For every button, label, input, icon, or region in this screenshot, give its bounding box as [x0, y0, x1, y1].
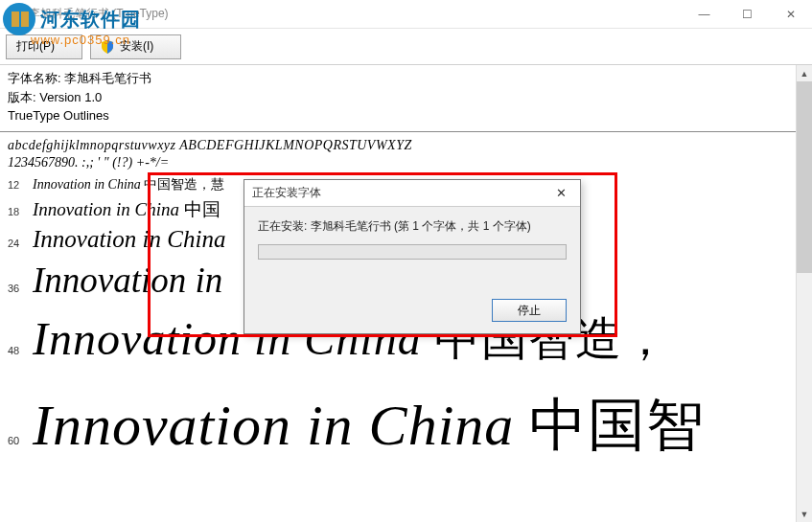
font-name: 字体名称: 李旭科毛笔行书	[8, 69, 804, 88]
dialog-titlebar: 正在安装字体 ✕	[244, 180, 580, 207]
dialog-title: 正在安装字体	[252, 185, 321, 201]
dialog-body: 正在安装: 李旭科毛笔行书 (第 1 个字体，共 1 个字体)	[244, 207, 580, 271]
app-icon	[8, 7, 23, 22]
size-label: 48	[8, 345, 33, 356]
size-label: 36	[8, 283, 33, 294]
preview-row-60: 60 Innovation in China 中国智	[0, 385, 812, 466]
install-button[interactable]: 安装(I)	[90, 34, 181, 59]
preview-text: Innovation in China 中国	[33, 197, 220, 222]
font-info: 字体名称: 李旭科毛笔行书 版本: Version 1.0 TrueType O…	[0, 65, 812, 132]
install-dialog: 正在安装字体 ✕ 正在安装: 李旭科毛笔行书 (第 1 个字体，共 1 个字体)…	[244, 179, 581, 334]
minimize-button[interactable]: —	[683, 0, 726, 29]
sample-numbers: 1234567890. :,; ' " (!?) +-*/=	[0, 155, 812, 174]
window-controls: — ☐ ✕	[683, 0, 812, 29]
dialog-close-button[interactable]: ✕	[549, 184, 572, 203]
print-button[interactable]: 打印(P)	[6, 34, 82, 59]
scroll-down-icon[interactable]: ▼	[797, 506, 812, 522]
preview-text: Innovation in China 中国智造，慧	[33, 176, 224, 193]
maximize-button[interactable]: ☐	[726, 0, 769, 29]
size-label: 18	[8, 206, 33, 217]
svg-rect-1	[10, 10, 13, 19]
preview-text: Innovation in China 中国智	[33, 387, 705, 465]
scrollbar-thumb[interactable]	[797, 81, 812, 273]
svg-rect-2	[14, 10, 18, 19]
scroll-up-icon[interactable]: ▲	[797, 65, 812, 81]
font-version: 版本: Version 1.0	[8, 88, 804, 107]
toolbar: 打印(P) 安装(I)	[0, 29, 812, 65]
stop-label: 停止	[518, 303, 541, 319]
close-button[interactable]: ✕	[769, 0, 812, 29]
window-title: 李旭科毛笔行书 (TrueType)	[29, 6, 169, 22]
size-label: 60	[8, 435, 33, 446]
install-label: 安装(I)	[120, 38, 153, 55]
shield-icon	[101, 40, 114, 54]
print-label: 打印(P)	[16, 38, 55, 55]
stop-button[interactable]: 停止	[492, 299, 567, 322]
size-label: 12	[8, 179, 33, 191]
sample-alphabet: abcdefghijklmnopqrstuvwxyz ABCDEFGHIJKLM…	[0, 132, 812, 155]
vertical-scrollbar[interactable]: ▲ ▼	[796, 65, 812, 522]
dialog-message: 正在安装: 李旭科毛笔行书 (第 1 个字体，共 1 个字体)	[258, 218, 567, 235]
font-outlines: TrueType Outlines	[8, 106, 804, 125]
size-label: 24	[8, 238, 33, 249]
progress-bar	[258, 244, 567, 260]
titlebar: 李旭科毛笔行书 (TrueType) — ☐ ✕	[0, 0, 812, 29]
